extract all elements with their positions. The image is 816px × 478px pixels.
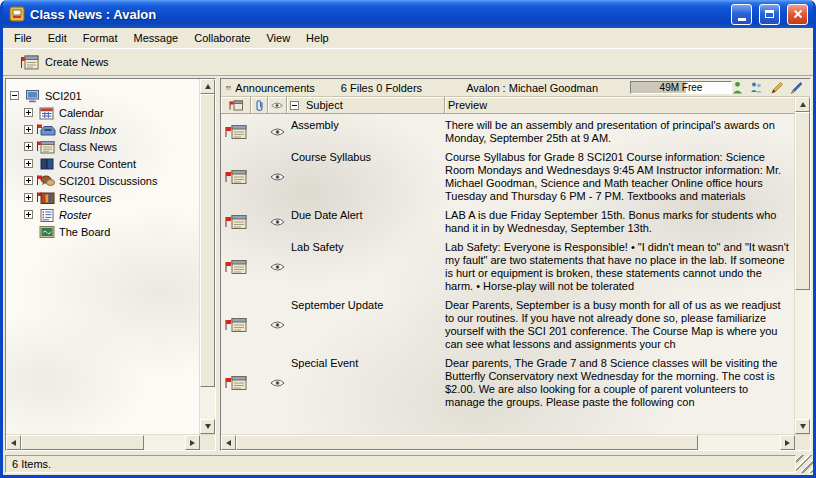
expand-expander-icon[interactable] — [24, 125, 33, 134]
list-horizontal-scrollbar[interactable] — [221, 434, 795, 450]
folder-tree: SCI201 Calendar — [6, 79, 199, 434]
discussion-flag-icon — [36, 173, 56, 189]
list-vertical-scrollbar[interactable] — [794, 97, 810, 434]
list-title: Announcements — [235, 82, 315, 94]
column-flag[interactable] — [221, 97, 251, 113]
title-bar[interactable]: Class News : Avalon — [3, 0, 813, 28]
tree-item-label: Class News — [59, 141, 117, 153]
tree-item-resources[interactable]: Resources — [10, 189, 197, 206]
scroll-thumb[interactable] — [236, 435, 698, 450]
scroll-thumb[interactable] — [200, 94, 215, 387]
minimize-button[interactable] — [731, 4, 752, 25]
collapse-expander-icon[interactable] — [10, 91, 19, 100]
calendar-icon — [36, 105, 56, 121]
message-row[interactable]: Special Event Dear parents, The Grade 7 … — [221, 354, 794, 412]
toolbar: Create News — [3, 48, 813, 76]
tree-item-course-content[interactable]: Course Content — [10, 155, 197, 172]
column-attachment[interactable] — [251, 97, 268, 113]
format-button[interactable] — [790, 81, 803, 94]
message-row[interactable]: Assembly There will be an assembly and p… — [221, 116, 794, 148]
eye-icon — [270, 378, 285, 388]
user-button[interactable] — [732, 81, 743, 94]
tree-item-class-news[interactable]: Class News — [10, 138, 197, 155]
collapse-all-icon[interactable] — [290, 101, 299, 110]
expand-expander-icon[interactable] — [24, 159, 33, 168]
menu-format[interactable]: Format — [75, 29, 126, 47]
scroll-down-button[interactable] — [795, 419, 810, 434]
arrow-right-icon — [785, 440, 790, 446]
scroll-up-button[interactable] — [200, 79, 215, 94]
expand-expander-icon[interactable] — [24, 142, 33, 151]
chat-button[interactable] — [750, 81, 763, 94]
tree-item-label: Resources — [59, 192, 112, 204]
message-preview: There will be an assembly and presentati… — [445, 119, 794, 145]
column-preview[interactable]: Preview — [445, 97, 794, 113]
tree-item-label: Roster — [59, 209, 91, 221]
scroll-thumb[interactable] — [21, 435, 144, 450]
menu-edit[interactable]: Edit — [40, 29, 75, 47]
tree-item-roster[interactable]: Roster — [10, 206, 197, 223]
menu-help[interactable]: Help — [298, 29, 337, 47]
free-space-text: 49M Free — [660, 82, 703, 93]
main-area: SCI201 Calendar — [3, 76, 813, 453]
create-news-label: Create News — [45, 56, 109, 68]
tree-horizontal-scrollbar[interactable] — [6, 434, 200, 450]
scroll-right-button[interactable] — [185, 435, 200, 450]
column-subject[interactable]: Subject — [287, 97, 445, 113]
eye-icon — [270, 262, 285, 272]
edit-button[interactable] — [770, 81, 783, 94]
tree-vertical-scrollbar[interactable] — [199, 79, 215, 434]
message-row[interactable]: Due Date Alert LAB A is due Friday Septe… — [221, 206, 794, 238]
tree-item-class-inbox[interactable]: Class Inbox — [10, 121, 197, 138]
expand-expander-icon[interactable] — [24, 108, 33, 117]
menu-view[interactable]: View — [258, 29, 298, 47]
tree-item-label: Calendar — [59, 107, 104, 119]
tree-item-label: Class Inbox — [59, 124, 116, 136]
message-flag-icon — [229, 100, 243, 111]
scroll-left-button[interactable] — [6, 435, 21, 450]
status-bar: 6 Items. — [3, 453, 813, 475]
pencil-icon — [770, 81, 783, 94]
expand-expander-icon[interactable] — [24, 176, 33, 185]
column-unread[interactable] — [268, 97, 287, 113]
scroll-up-button[interactable] — [795, 97, 810, 112]
account-name: Avalon : Michael Goodman — [466, 82, 598, 94]
arrow-up-icon — [205, 84, 211, 89]
expand-expander-icon[interactable] — [24, 210, 33, 219]
close-button[interactable] — [787, 4, 808, 25]
message-subject: Due Date Alert — [287, 209, 445, 235]
expand-expander-icon[interactable] — [24, 193, 33, 202]
message-row[interactable]: September Update Dear Parents, September… — [221, 296, 794, 354]
menu-message[interactable]: Message — [126, 29, 187, 47]
scrollbar-corner — [200, 434, 215, 450]
scroll-track[interactable] — [200, 94, 215, 419]
message-row[interactable]: Lab Safety Lab Safety: Everyone is Respo… — [221, 238, 794, 296]
arrow-down-icon — [205, 424, 211, 429]
message-row[interactable]: Course Syllabus Course Syllabus for Grad… — [221, 148, 794, 206]
message-subject: Special Event — [287, 357, 445, 409]
tree-item-calendar[interactable]: Calendar — [10, 104, 197, 121]
menu-bar: File Edit Format Message Collaborate Vie… — [3, 28, 813, 48]
message-preview: Lab Safety: Everyone is Responsible! • "… — [445, 241, 794, 293]
maximize-button[interactable] — [759, 4, 780, 25]
message-preview: Course Syllabus for Grade 8 SCI201 Cours… — [445, 151, 794, 203]
tree-item-sci201[interactable]: SCI201 — [10, 87, 197, 104]
tree-item-the-board[interactable]: The Board — [10, 223, 197, 240]
scroll-right-button[interactable] — [780, 435, 795, 450]
close-icon — [793, 9, 803, 19]
scroll-track[interactable] — [21, 435, 185, 450]
scroll-track[interactable] — [236, 435, 780, 450]
scroll-track[interactable] — [795, 112, 810, 419]
scroll-down-button[interactable] — [200, 419, 215, 434]
menu-file[interactable]: File — [6, 29, 40, 47]
create-news-button[interactable]: Create News — [15, 52, 114, 73]
create-news-icon — [20, 54, 40, 71]
paperclip-icon — [255, 99, 264, 112]
scroll-left-button[interactable] — [221, 435, 236, 450]
app-icon — [9, 6, 25, 22]
resize-grip[interactable] — [796, 455, 813, 473]
scroll-thumb[interactable] — [795, 112, 810, 290]
tree-item-sci201-discussions[interactable]: SCI201 Discussions — [10, 172, 197, 189]
message-list: Assembly There will be an assembly and p… — [221, 114, 794, 434]
menu-collaborate[interactable]: Collaborate — [186, 29, 258, 47]
